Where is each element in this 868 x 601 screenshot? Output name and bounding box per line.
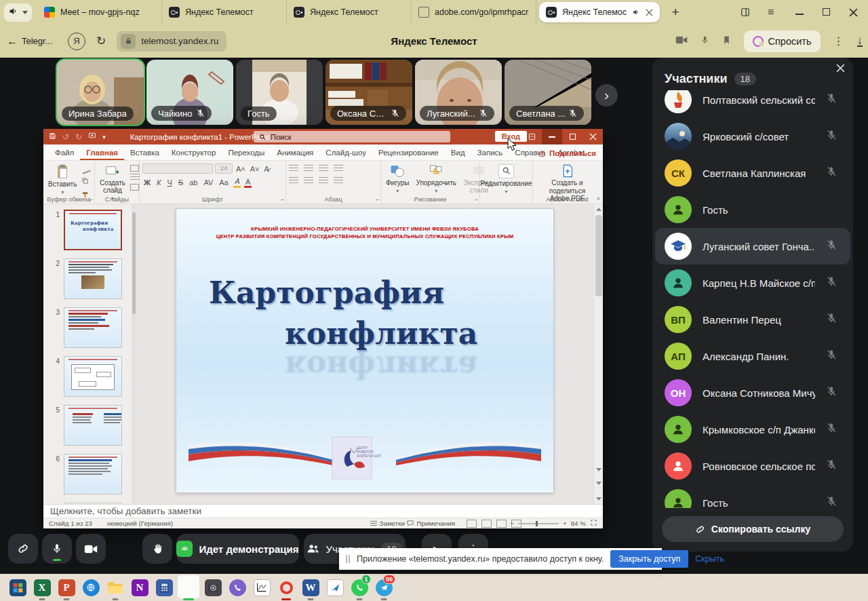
new-tab-button[interactable]: + xyxy=(667,3,684,21)
participant-row[interactable]: Ровновское сельское посел... xyxy=(655,448,850,484)
browser-tab[interactable]: Яндекс Телемост xyxy=(162,0,287,24)
stats-app-taskbar-icon[interactable] xyxy=(250,574,274,601)
shrink-font-icon[interactable]: A˅ xyxy=(249,165,261,173)
video-tile[interactable]: Ирина Забара xyxy=(57,60,144,125)
font-style-button[interactable]: AV xyxy=(202,178,214,187)
ppt-title-bar[interactable]: ↺ ↻ ▾ Картография конфликта1 - PowerPoin… xyxy=(43,129,603,144)
section-icon[interactable] xyxy=(130,184,139,191)
slide-thumbnail[interactable]: 2 xyxy=(47,258,122,299)
ppt-search-box[interactable]: Поиск xyxy=(254,131,450,142)
ppt-close-button[interactable] xyxy=(583,129,603,144)
slide-thumbnail[interactable]: 6 xyxy=(47,454,122,495)
notes-pane[interactable]: Щелкните, чтобы добавить заметки xyxy=(43,504,603,518)
zoom-out-icon[interactable]: − xyxy=(510,520,514,527)
ppt-share-button[interactable]: Поделиться xyxy=(538,149,596,157)
ask-button[interactable]: Спросить xyxy=(744,31,821,52)
next-slide-icon[interactable] xyxy=(596,482,601,485)
ppt-tab-конструктор[interactable]: Конструктор xyxy=(165,146,222,160)
slide-canvas[interactable]: КРЫМКИЙ ИНЖЕНЕРНО-ПЕДАГОГИЧЕСКИЙ УНИВЕРС… xyxy=(176,209,553,492)
grow-font-icon[interactable]: A˄ xyxy=(235,165,247,173)
tab-panel-icon[interactable] xyxy=(741,7,750,17)
video-tile[interactable]: Оксана Со... xyxy=(326,60,412,125)
viber-taskbar-icon[interactable] xyxy=(225,574,250,601)
download-icon[interactable]: ↓ xyxy=(857,35,863,47)
excel-taskbar-icon[interactable]: X xyxy=(30,574,54,601)
url-bar[interactable]: telemost.yandex.ru xyxy=(117,31,226,52)
numbering-icon[interactable] xyxy=(304,165,313,173)
drag-handle[interactable] xyxy=(346,555,350,563)
video-tile[interactable]: Луганский... xyxy=(415,60,502,125)
participant-row[interactable]: Луганский совет Гонча... xyxy=(655,228,850,265)
zoom-in-icon[interactable]: + xyxy=(563,520,567,527)
slide-sorter-view-button[interactable] xyxy=(481,520,492,528)
spacing-icon[interactable] xyxy=(334,165,343,173)
paste-button[interactable]: Вставить▾ xyxy=(46,163,79,196)
align-left-icon[interactable] xyxy=(289,177,298,185)
thumbnails-scrollbar[interactable] xyxy=(132,204,136,504)
font-size-select[interactable]: 24 xyxy=(215,163,233,174)
yandex-browser-taskbar-icon[interactable]: Y xyxy=(176,574,201,601)
font-name-select[interactable] xyxy=(142,163,213,174)
font-style-button[interactable]: К xyxy=(155,178,162,187)
font-style-button[interactable]: ab xyxy=(188,178,199,187)
align-right-icon[interactable] xyxy=(319,177,328,185)
video-tile[interactable]: Гость xyxy=(236,60,323,125)
video-tile[interactable]: Светлана ... xyxy=(505,60,591,125)
zoom-slider[interactable] xyxy=(518,523,559,524)
refresh-button[interactable]: ↻ xyxy=(96,34,106,48)
scroll-down-icon[interactable] xyxy=(596,497,601,501)
participant-row[interactable]: Гость xyxy=(655,484,850,508)
screen-share-button[interactable]: Идет демонстрация xyxy=(176,534,299,564)
mail-taskbar-icon[interactable] xyxy=(323,574,347,601)
browser-tab[interactable]: Meet – mov-gpjs-nqz xyxy=(37,0,162,24)
participant-row[interactable]: ВПВалентин Перец xyxy=(655,301,850,338)
arrange-button[interactable]: Упорядочить▾ xyxy=(414,163,458,195)
indent-icon[interactable] xyxy=(319,165,328,173)
ppt-tab-вид[interactable]: Вид xyxy=(445,146,471,160)
stop-sharing-button[interactable]: Закрыть доступ xyxy=(610,550,688,568)
redo-icon[interactable]: ↻ xyxy=(75,132,82,142)
qat-customize-icon[interactable]: ▾ xyxy=(102,134,106,140)
font-color-button[interactable]: А xyxy=(244,178,252,188)
fit-slide-icon[interactable] xyxy=(590,519,597,528)
mic-button[interactable] xyxy=(42,534,72,564)
language-indicator[interactable]: немецкий (Германия) xyxy=(107,520,173,527)
video-tile[interactable]: Чайкино xyxy=(146,60,233,125)
browser-tab[interactable]: adobe.com/go/ipmrhpacr xyxy=(412,0,536,24)
word-taskbar-icon[interactable]: W xyxy=(298,574,323,601)
ppt-maximize-button[interactable] xyxy=(562,129,583,144)
ppt-tab-анимация[interactable]: Анимация xyxy=(271,146,319,160)
slide-thumbnail[interactable]: 3 xyxy=(47,307,122,348)
font-style-button[interactable]: Ч xyxy=(165,178,173,187)
hide-notification-button[interactable]: Скрыть xyxy=(695,554,724,564)
copy-icon[interactable] xyxy=(81,175,90,187)
camera-taskbar-icon[interactable] xyxy=(201,574,225,601)
participant-row[interactable]: АПАлександр Панин. xyxy=(655,338,850,374)
back-button[interactable]: ← Telegr... xyxy=(7,35,58,47)
ppt-tab-слайд-шоу[interactable]: Слайд-шоу xyxy=(319,146,372,160)
skype-taskbar-icon[interactable] xyxy=(79,574,103,601)
clear-format-icon[interactable]: A̷ xyxy=(263,165,271,173)
reset-icon[interactable] xyxy=(130,174,140,182)
ribbon-display-icon[interactable] xyxy=(521,129,542,144)
highlight-color-button[interactable]: 𝐴 xyxy=(233,177,241,188)
slide-scrollbar[interactable] xyxy=(593,204,603,504)
font-style-button[interactable]: Aa xyxy=(218,178,229,187)
cut-icon[interactable] xyxy=(81,163,91,174)
undo-icon[interactable]: ↺ xyxy=(62,132,69,142)
editing-button[interactable]: Редактирование▾ xyxy=(478,163,534,195)
slideshow-icon[interactable] xyxy=(88,132,96,142)
scroll-up-icon[interactable] xyxy=(596,208,601,211)
file-explorer-taskbar-icon[interactable] xyxy=(103,574,127,601)
yandex-home-button[interactable]: Я xyxy=(68,33,85,50)
ppt-tab-вставка[interactable]: Вставка xyxy=(124,146,165,160)
tab-audio-icon[interactable] xyxy=(632,8,640,16)
telegram-taskbar-icon[interactable]: 00 xyxy=(372,574,396,601)
comments-toggle[interactable]: Примечания xyxy=(407,520,455,527)
raise-hand-button[interactable] xyxy=(142,534,172,564)
window-maximize-button[interactable] xyxy=(822,7,831,17)
ppt-tab-запись[interactable]: Запись xyxy=(471,146,509,160)
opera-taskbar-icon[interactable] xyxy=(274,574,298,601)
layout-icon[interactable] xyxy=(130,165,139,172)
camera-permission-icon[interactable] xyxy=(675,35,688,47)
